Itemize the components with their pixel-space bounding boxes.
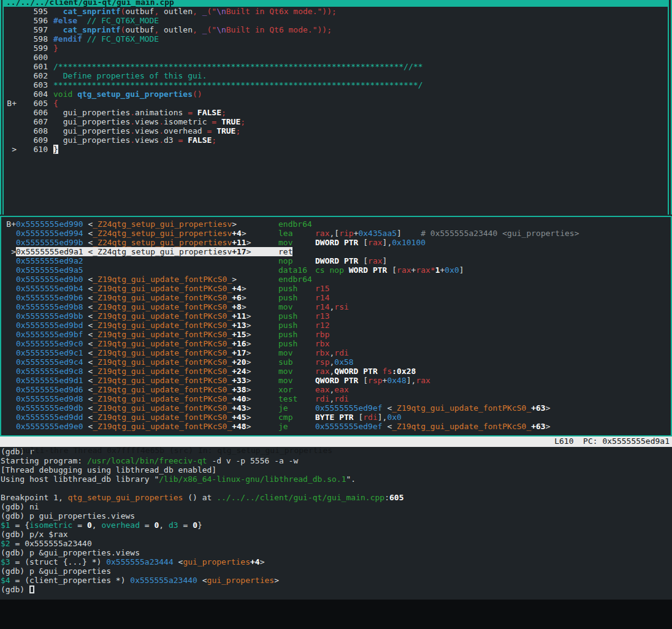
text-token bbox=[53, 117, 63, 126]
disasm-address: 0x5555555ed9b4 bbox=[16, 284, 83, 293]
text-token: > bbox=[242, 284, 246, 293]
console-line: $1 = {isometric = 0, overhead = 0, d3 = … bbox=[1, 520, 672, 530]
text-token: = (client_properties *) bbox=[10, 576, 131, 585]
disasm-mnemonic: test bbox=[278, 394, 315, 403]
text-token: \n bbox=[216, 25, 226, 34]
disasm-operands: r13 bbox=[315, 311, 329, 321]
text-token: } bbox=[197, 520, 202, 530]
source-line: 606 gui_properties.animations = FALSE; bbox=[4, 108, 668, 117]
console-line: (gdb) ni bbox=[1, 502, 672, 511]
disasm-mnemonic: mov bbox=[278, 302, 315, 311]
text-token: ] bbox=[397, 229, 402, 238]
text-token: ] bbox=[378, 413, 383, 422]
disasm-operands: rbx,rdi bbox=[315, 348, 349, 357]
text-token: = { bbox=[10, 520, 29, 530]
text-token bbox=[83, 256, 88, 265]
text-token: . bbox=[130, 135, 135, 145]
text-token: ; bbox=[212, 135, 216, 145]
text-token: _Z19qtg_gui_update_fontPKcS0_ bbox=[93, 376, 232, 385]
text-token: = bbox=[72, 520, 86, 530]
text-token: 0x435aa5 bbox=[358, 229, 397, 238]
text-token: rdi bbox=[334, 394, 348, 403]
disasm-address-symbol: 0x5555555ed9a2 bbox=[16, 256, 278, 265]
text-token: (gdb) p &gui_properties bbox=[1, 566, 111, 576]
gdb-tui-terminal[interactable]: ../../../client/gui-qt/gui_main.cpp 595 … bbox=[0, 0, 672, 600]
text-token: rsp bbox=[315, 357, 329, 367]
text-token: +11 bbox=[232, 238, 246, 247]
disasm-row: B+0x5555555ed990 <_Z24qtg_setup_gui_prop… bbox=[1, 219, 671, 229]
text-token: _Z19qtg_gui_update_fontPKcS0_ bbox=[392, 403, 531, 413]
text-token: lea bbox=[278, 229, 292, 238]
disasm-address-symbol: 0x5555555ed9b6 <_Z19qtg_gui_update_fontP… bbox=[16, 293, 278, 302]
text-token: rax bbox=[315, 229, 329, 238]
text-token: +8 bbox=[232, 302, 242, 311]
text-token: . bbox=[159, 135, 164, 145]
text-token: _Z19qtg_gui_update_fontPKcS0_ bbox=[93, 275, 232, 284]
text-token bbox=[82, 34, 87, 44]
console-line: (gdb) p &gui_properties.views bbox=[1, 548, 672, 557]
disasm-mnemonic: push bbox=[278, 284, 315, 293]
gdb-console[interactable]: (gdb) rStarting program: /usr/local/bin/… bbox=[0, 447, 672, 600]
disasm-mnemonic: endbr64 bbox=[278, 219, 315, 229]
text-token: Breakpoint 1, bbox=[1, 493, 68, 502]
text-token: 1 bbox=[435, 265, 440, 275]
disasm-address: 0x5555555ed9db bbox=[16, 403, 83, 413]
text-token: rip bbox=[339, 229, 353, 238]
disasm-mnemonic: data16 bbox=[278, 265, 315, 275]
breakpoint-marker: > bbox=[4, 145, 17, 154]
text-token: _Z24qtg_setup_gui_propertiesv bbox=[93, 247, 232, 256]
text-token bbox=[53, 108, 63, 117]
text-token: $4 bbox=[1, 576, 10, 585]
text-token: #else bbox=[53, 16, 77, 25]
text-token: /***************************************… bbox=[53, 62, 423, 71]
disasm-address: 0x5555555ed9b8 bbox=[16, 302, 83, 311]
text-token: . bbox=[159, 117, 164, 126]
text-token: _Z19qtg_gui_update_fontPKcS0_ bbox=[392, 422, 531, 431]
source-title-bar: ../../../client/gui-qt/gui_main.cpp bbox=[4, 0, 668, 7]
disasm-row: 0x5555555ed9c0 <_Z19qtg_gui_update_fontP… bbox=[1, 339, 671, 348]
text-token: 0 bbox=[193, 520, 197, 530]
disasm-address: 0x5555555ed9b6 bbox=[16, 293, 83, 302]
line-number: 605 bbox=[17, 99, 53, 108]
disasm-mnemonic: mov bbox=[278, 376, 315, 385]
text-token: cmp bbox=[278, 413, 292, 422]
text-token: . bbox=[130, 108, 135, 117]
status-line-pc: L610 PC: 0x5555555ed9a1 bbox=[554, 436, 670, 446]
source-code-text: } bbox=[53, 44, 58, 53]
console-line bbox=[1, 484, 672, 493]
text-token: < bbox=[383, 422, 392, 431]
text-token: > bbox=[260, 557, 265, 566]
disasm-address: 0x5555555ed9bb bbox=[16, 311, 83, 321]
text-token: _Z19qtg_gui_update_fontPKcS0_ bbox=[93, 293, 232, 302]
text-token: overhead bbox=[101, 520, 140, 530]
text-token: < bbox=[383, 403, 392, 413]
text-token: push bbox=[278, 321, 297, 330]
disasm-operands: BYTE PTR [rdi],0x0 bbox=[315, 413, 402, 422]
text-token: . bbox=[130, 117, 135, 126]
console-line: (gdb) p/x $rax bbox=[1, 530, 672, 539]
disasm-address-symbol: 0x5555555ed9e0 <_Z19qtg_gui_update_fontP… bbox=[16, 422, 278, 431]
disasm-mnemonic: ret bbox=[278, 247, 315, 256]
disasm-address: 0x5555555ed994 bbox=[16, 229, 83, 238]
text-token: = bbox=[188, 108, 193, 117]
disasm-row: 0x5555555ed9c1 <_Z19qtg_gui_update_fontP… bbox=[1, 348, 671, 357]
disasm-mnemonic: xor bbox=[278, 385, 315, 394]
text-token: :0x28 bbox=[392, 367, 416, 376]
source-code-text: } bbox=[53, 145, 58, 154]
source-code-text: { bbox=[53, 99, 58, 108]
text-token: () at bbox=[183, 493, 216, 502]
disasm-mnemonic: nop bbox=[278, 256, 315, 265]
disasm-address: 0x5555555ed9dd bbox=[16, 413, 83, 422]
disasm-address-symbol: 0x5555555ed9db <_Z19qtg_gui_update_fontP… bbox=[16, 403, 278, 413]
text-token: > bbox=[246, 339, 251, 348]
text-token: > bbox=[246, 247, 251, 256]
disasm-address-symbol: 0x5555555ed9c1 <_Z19qtg_gui_update_fontP… bbox=[16, 348, 278, 357]
text-token: 0x0 bbox=[445, 265, 459, 275]
terminal-cursor[interactable] bbox=[29, 585, 34, 593]
text-token: _Z19qtg_gui_update_fontPKcS0_ bbox=[93, 403, 232, 413]
disasm-operands: DWORD PTR [rax],0x10100 bbox=[315, 238, 426, 247]
text-token: views bbox=[135, 135, 159, 145]
disasm-row: 0x5555555ed9dd <_Z19qtg_gui_update_fontP… bbox=[1, 413, 671, 422]
text-token: -d v -p 5556 -a -w bbox=[207, 456, 299, 465]
disasm-mnemonic: push bbox=[278, 293, 315, 302]
